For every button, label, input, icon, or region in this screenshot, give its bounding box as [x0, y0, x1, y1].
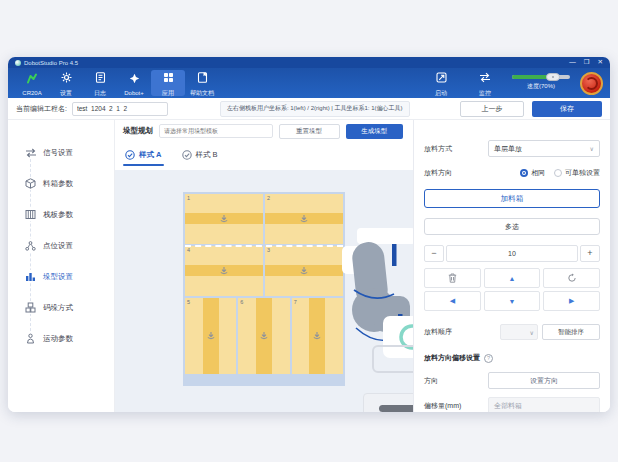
nav-item-settings[interactable]: 设置 — [49, 68, 83, 98]
place-arrow-icon — [259, 331, 269, 341]
radio-individual-direction[interactable]: 可单独设置 — [554, 168, 600, 178]
apps-grid-icon — [163, 69, 174, 87]
project-name-input[interactable] — [72, 102, 168, 116]
pattern-template-input[interactable] — [159, 124, 273, 138]
pallet-box[interactable]: 3 — [265, 246, 343, 296]
app-logo-icon — [15, 60, 21, 66]
radio-dot-icon — [520, 169, 528, 177]
move-down-button[interactable]: ▼ — [484, 291, 541, 311]
nav-start-button[interactable]: 启动 — [424, 69, 458, 98]
chevron-down-icon: ∨ — [530, 329, 534, 336]
speed-slider[interactable] — [512, 75, 570, 79]
multi-select-button[interactable]: 多选 — [424, 218, 600, 235]
pallet-canvas: 1 2 4 3 — [115, 170, 413, 412]
waypoints-icon — [24, 239, 37, 252]
place-method-label: 放料方式 — [424, 144, 488, 154]
stepper-value[interactable]: 10 — [446, 245, 578, 262]
sidebar-item-signal-settings[interactable]: 信号设置 — [8, 137, 114, 168]
rotate-icon — [567, 273, 577, 283]
offset-section-header: 放料方向偏移设置 ? — [424, 353, 600, 363]
reset-pattern-button[interactable]: 重置垛型 — [279, 124, 340, 139]
main-nav: CR20A 设置 日志 Dobot+ 应用 — [8, 68, 610, 98]
signal-arrows-icon — [24, 146, 37, 159]
app-window: DobotStudio Pro 4.5 — ❐ ✕ CR20A 设置 日志 — [8, 57, 610, 412]
window-title: DobotStudio Pro 4.5 — [24, 60, 78, 66]
nav-item-apps[interactable]: 应用 — [151, 70, 185, 96]
style-tabs: 样式 A 样式 B — [115, 142, 413, 168]
pattern-plan-row: 垛型规划 重置垛型 生成垛型 — [115, 120, 413, 142]
trash-icon — [448, 273, 457, 283]
previous-step-button[interactable]: 上一步 — [460, 101, 524, 117]
robot-arm-illustration — [340, 198, 413, 393]
nav-robot-model[interactable]: CR20A — [15, 68, 49, 98]
add-box-button[interactable]: 加料箱 — [424, 189, 600, 208]
dobot-plus-icon — [129, 70, 140, 88]
offset-amount-label: 偏移量(mm) — [424, 401, 488, 411]
layer-divider-dashed-line — [185, 245, 343, 247]
sidebar-item-point-settings[interactable]: 点位设置 — [8, 230, 114, 261]
pallet-box[interactable]: 1 — [185, 194, 263, 244]
set-direction-button[interactable]: 设置方向 — [488, 372, 600, 389]
motion-icon — [24, 332, 37, 345]
stepper-plus-button[interactable]: + — [580, 245, 600, 262]
pallet-box[interactable]: 5 — [185, 298, 236, 374]
sidebar-item-pallet-params[interactable]: 栈板参数 — [8, 199, 114, 230]
move-up-button[interactable]: ▲ — [484, 268, 541, 288]
place-arrow-icon — [299, 214, 309, 224]
step-sidebar: 信号设置 料箱参数 栈板参数 点位设置 垛型设置 码垛方式 — [8, 120, 115, 412]
pallet-box[interactable]: 6 — [238, 298, 289, 374]
nav-item-log[interactable]: 日志 — [83, 68, 117, 98]
start-icon — [436, 69, 447, 87]
radio-dot-icon — [554, 169, 562, 177]
save-button[interactable]: 保存 — [532, 101, 602, 117]
nav-monitor-button[interactable]: 监控 — [468, 69, 502, 98]
pallet-icon — [24, 208, 37, 221]
check-circle-icon — [182, 150, 192, 160]
tab-style-a[interactable]: 样式 A — [125, 142, 162, 168]
delete-button[interactable] — [424, 268, 481, 288]
cube-icon — [24, 177, 37, 190]
sidebar-item-box-params[interactable]: 料箱参数 — [8, 168, 114, 199]
help-document-icon — [197, 69, 208, 87]
sidebar-item-stack-pattern[interactable]: 垛型设置 — [8, 261, 114, 292]
radio-same-direction[interactable]: 相同 — [520, 168, 545, 178]
pallet-box[interactable]: 7 — [292, 298, 343, 374]
emergency-stop-button[interactable] — [580, 72, 603, 95]
order-select-disabled[interactable]: ∨ — [500, 324, 538, 340]
sidebar-item-motion-params[interactable]: 运动参数 — [8, 323, 114, 354]
chevron-down-icon: ∨ — [590, 145, 594, 152]
place-arrow-icon — [299, 266, 309, 276]
speed-slider-handle[interactable] — [546, 73, 560, 81]
move-right-button[interactable]: ▶ — [543, 291, 600, 311]
conveyor-belt — [379, 405, 413, 412]
nav-item-help-docs[interactable]: 帮助文档 — [185, 68, 219, 98]
place-arrow-icon — [312, 331, 322, 341]
tab-style-b[interactable]: 样式 B — [182, 142, 218, 168]
settings-panel: 放料方式 单层单放 ∨ 放料方向 相同 可单独设置 加料箱 多选 — [413, 120, 610, 412]
restore-button[interactable]: ❐ — [584, 59, 590, 66]
minimize-button[interactable]: — — [569, 59, 576, 66]
speed-control: 速度(70%) — [512, 75, 570, 91]
direction-label: 方向 — [424, 376, 488, 386]
nav-item-dobot-plus[interactable]: Dobot+ — [117, 68, 151, 98]
swap-arrows-icon — [479, 69, 491, 87]
nav-robot-model-label: CR20A — [22, 90, 41, 96]
pattern-plan-label: 垛型规划 — [123, 126, 153, 136]
place-method-select[interactable]: 单层单放 ∨ — [488, 140, 600, 157]
project-name-label: 当前编辑工程名: — [16, 104, 67, 114]
robot-arm-icon — [26, 70, 38, 88]
help-icon[interactable]: ? — [484, 354, 493, 363]
pallet-box[interactable]: 4 — [185, 246, 263, 296]
check-circle-icon — [125, 150, 135, 160]
project-toolbar: 当前编辑工程名: 左右侧栈板用户坐标系: 1(left) / 2(right) … — [8, 98, 610, 120]
speed-label: 速度(70%) — [527, 82, 555, 91]
sidebar-item-stacking-method[interactable]: 码垛方式 — [8, 292, 114, 323]
generate-pattern-button[interactable]: 生成垛型 — [346, 124, 403, 139]
close-button[interactable]: ✕ — [598, 59, 603, 66]
rotate-button[interactable] — [543, 268, 600, 288]
pallet-box[interactable]: 2 — [265, 194, 343, 244]
move-left-button[interactable]: ◀ — [424, 291, 481, 311]
stepper-minus-button[interactable]: − — [424, 245, 444, 262]
smart-sort-button[interactable]: 智能排序 — [542, 324, 600, 340]
stacked-boxes-icon — [24, 301, 37, 314]
